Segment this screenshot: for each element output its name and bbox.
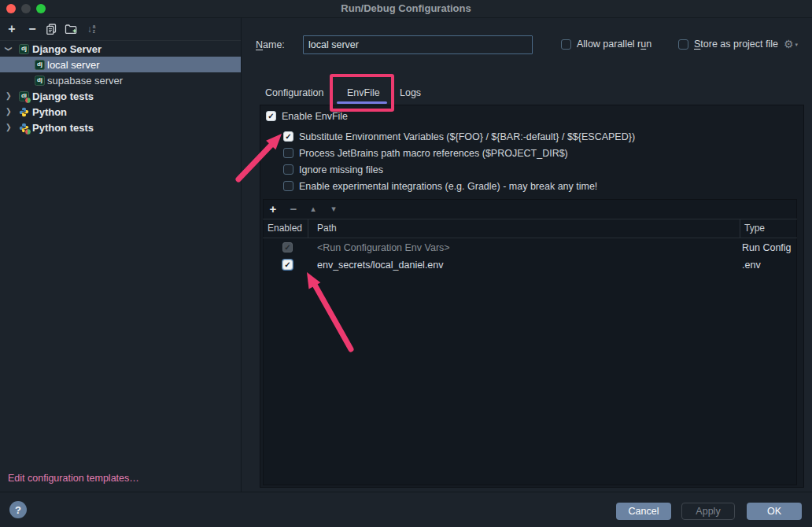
allow-parallel-run-checkbox[interactable]	[561, 39, 571, 50]
help-button[interactable]: ?	[9, 501, 27, 518]
chevron-right-icon[interactable]: ❯	[6, 92, 12, 101]
enable-envfile-option[interactable]: ✓ Enable EnvFile	[266, 110, 348, 122]
option-label: Substitute Environment Variables (${FOO}…	[299, 131, 635, 142]
python-tests-icon	[19, 123, 29, 133]
store-as-project-file-label: Store as project file	[694, 39, 778, 50]
substitute-env-vars-checkbox[interactable]: ✓	[283, 131, 293, 142]
table-remove-button[interactable]: −	[288, 202, 299, 215]
plus-icon: +	[270, 202, 277, 216]
folder-plus-icon	[65, 24, 77, 35]
edit-configuration-templates-link[interactable]: Edit configuration templates…	[8, 473, 139, 484]
column-header-path[interactable]: Path	[317, 223, 337, 234]
chevron-down-icon[interactable]: ❯	[5, 46, 13, 52]
table-row[interactable]: ✓ env_secrets/local_daniel.env .env	[263, 256, 797, 274]
minus-icon: −	[290, 202, 297, 216]
footer-separator	[0, 492, 812, 492]
copy-icon	[46, 24, 57, 35]
copy-configuration-button[interactable]	[44, 22, 58, 36]
experimental-integrations-checkbox[interactable]	[283, 181, 293, 191]
tab-configuration[interactable]: Configuration	[265, 83, 323, 102]
tree-item-python-tests[interactable]: ❯ Python tests	[0, 120, 241, 135]
ignore-missing-files-option[interactable]: Ignore missing files	[283, 164, 383, 175]
gear-icon[interactable]: ⚙	[784, 39, 794, 50]
tab-envfile[interactable]: EnvFile	[347, 83, 380, 102]
tree-item-local-server[interactable]: dj local server	[0, 57, 241, 72]
tab-logs[interactable]: Logs	[400, 83, 421, 102]
column-header-enabled[interactable]: Enabled	[268, 223, 302, 234]
row-type: Run Config	[742, 242, 792, 253]
chevron-right-icon[interactable]: ❯	[6, 123, 12, 132]
run-debug-configurations-dialog: Run/Debug Configurations + − ↓ a z ❯ dj …	[0, 0, 812, 527]
table-header-separator	[263, 238, 797, 238]
dialog-title: Run/Debug Configurations	[0, 2, 812, 14]
experimental-integrations-option[interactable]: Enable experimental integrations (e.g. G…	[283, 180, 597, 192]
ignore-missing-files-checkbox[interactable]	[283, 164, 293, 175]
django-icon: dj	[35, 76, 45, 86]
row-enabled-checkbox-disabled: ✓	[282, 242, 293, 252]
option-label: Enable experimental integrations (e.g. G…	[299, 181, 597, 192]
plus-icon: +	[8, 23, 15, 35]
allow-parallel-run-option[interactable]: Allow parallel run	[561, 39, 651, 50]
triangle-up-icon: ▴	[311, 204, 316, 214]
tree-item-label: Django Server	[32, 43, 102, 55]
store-as-project-file-option[interactable]: Store as project file ⚙▾	[678, 39, 798, 50]
column-separator	[308, 219, 308, 238]
table-move-up-button[interactable]: ▴	[308, 202, 319, 215]
minus-icon: −	[28, 23, 35, 35]
column-header-type[interactable]: Type	[744, 223, 765, 234]
tree-item-label: supabase server	[47, 75, 123, 87]
column-separator	[740, 219, 740, 238]
enable-envfile-checkbox[interactable]: ✓	[266, 111, 276, 121]
apply-button[interactable]: Apply	[681, 503, 735, 520]
tree-item-python[interactable]: ❯ Python	[0, 104, 241, 120]
sort-az-icon: ↓	[87, 24, 92, 34]
row-type: .env	[742, 260, 761, 271]
tree-item-label: Django tests	[32, 90, 94, 102]
sort-configurations-button[interactable]: ↓ a z	[84, 22, 98, 36]
tree-item-django-server[interactable]: ❯ dj Django Server	[0, 41, 241, 57]
panel-divider	[241, 17, 242, 492]
active-tab-indicator	[337, 101, 387, 104]
option-label: Process JetBrains path macro references …	[299, 148, 568, 159]
store-as-project-file-checkbox[interactable]	[678, 39, 688, 50]
chevron-right-icon[interactable]: ❯	[6, 108, 12, 116]
table-add-button[interactable]: +	[268, 202, 279, 215]
django-icon: dj	[19, 44, 29, 54]
option-label: Enable EnvFile	[282, 111, 348, 122]
process-path-macro-option[interactable]: Process JetBrains path macro references …	[283, 147, 568, 159]
cancel-button[interactable]: Cancel	[616, 503, 671, 520]
remove-configuration-button[interactable]: −	[25, 22, 39, 36]
django-tests-icon: dj	[19, 91, 29, 101]
tree-item-label: Python tests	[32, 122, 94, 134]
triangle-down-icon: ▾	[331, 204, 336, 214]
question-mark-icon: ?	[15, 504, 21, 516]
allow-parallel-run-label: Allow parallel run	[577, 39, 651, 50]
process-path-macro-checkbox[interactable]	[283, 148, 293, 158]
substitute-env-vars-option[interactable]: ✓ Substitute Environment Variables (${FO…	[283, 131, 635, 142]
option-label: Ignore missing files	[299, 164, 383, 175]
tree-item-supabase-server[interactable]: dj supabase server	[0, 72, 241, 88]
table-row[interactable]: ✓ <Run Configuration Env Vars> Run Confi…	[263, 239, 797, 256]
tree-item-label: local server	[47, 59, 99, 71]
row-path: env_secrets/local_daniel.env	[317, 260, 444, 271]
django-icon: dj	[35, 60, 45, 70]
python-icon	[19, 107, 29, 117]
sort-letter-z: z	[93, 29, 96, 34]
add-configuration-button[interactable]: +	[5, 22, 19, 36]
table-move-down-button[interactable]: ▾	[328, 202, 339, 215]
new-folder-button[interactable]	[64, 22, 78, 36]
tree-item-label: Python	[32, 106, 67, 118]
chevron-down-icon: ▾	[795, 42, 799, 47]
name-label: Name:	[256, 39, 285, 50]
row-path: <Run Configuration Env Vars>	[317, 242, 450, 253]
table-toolbar-separator	[263, 219, 797, 219]
name-input[interactable]	[303, 35, 533, 54]
ok-button[interactable]: OK	[747, 503, 802, 520]
row-enabled-checkbox[interactable]: ✓	[282, 260, 293, 270]
tree-item-django-tests[interactable]: ❯ dj Django tests	[0, 88, 241, 104]
